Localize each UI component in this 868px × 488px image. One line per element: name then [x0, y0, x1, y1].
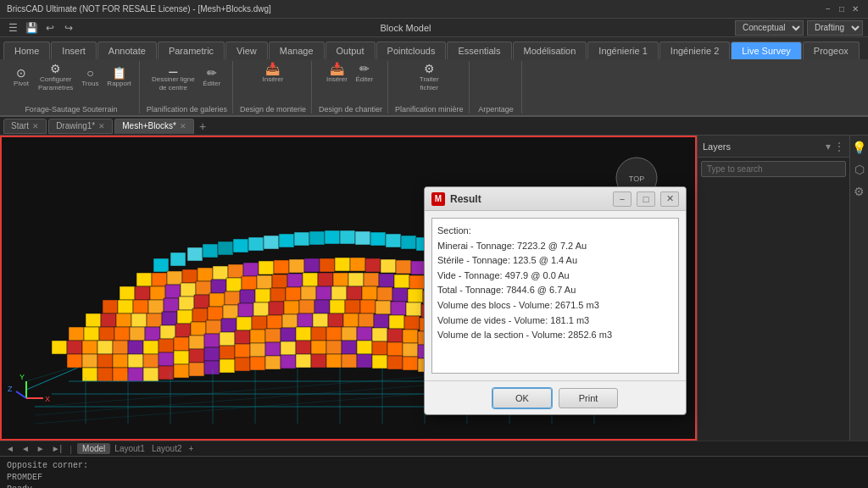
model-tab-button[interactable]: Model	[77, 443, 110, 454]
doc-tab-start[interactable]: Start ✕	[3, 119, 47, 134]
svg-rect-230	[357, 341, 372, 354]
svg-rect-214	[113, 354, 128, 368]
svg-rect-201	[387, 329, 403, 342]
svg-rect-12	[325, 230, 340, 244]
result-dialog[interactable]: M Result − □ ✕ OK Print	[424, 186, 687, 415]
svg-rect-64	[287, 274, 303, 287]
svg-rect-256	[311, 354, 326, 368]
nav-next-button[interactable]: ►|	[49, 444, 65, 453]
layers-collapse-icon[interactable]: ▾	[826, 141, 831, 152]
svg-rect-62	[257, 275, 272, 289]
meshblocks-tab-close[interactable]: ✕	[180, 122, 186, 130]
layout2-tab-button[interactable]: Layout2	[149, 444, 185, 453]
layers-menu-icon[interactable]: ⋮	[834, 141, 844, 152]
svg-rect-148	[99, 327, 114, 341]
settings-icon[interactable]: ⚙	[851, 183, 868, 200]
svg-rect-83	[118, 300, 133, 313]
tab-annotate[interactable]: Annotate	[97, 42, 157, 59]
new-tab-button[interactable]: +	[196, 119, 209, 133]
svg-rect-261	[387, 356, 403, 369]
svg-rect-37	[304, 258, 320, 272]
lightbulb-icon[interactable]: 💡	[851, 139, 868, 156]
svg-rect-191	[235, 330, 250, 344]
dialog-text-area[interactable]	[431, 218, 679, 374]
dialog-ok-button[interactable]: OK	[492, 388, 552, 408]
tab-view[interactable]: View	[225, 42, 268, 59]
inserer-monterie-button[interactable]: 📥 Insérer	[259, 61, 286, 86]
dialog-close-button[interactable]: ✕	[660, 191, 679, 207]
save-icon[interactable]: 💾	[24, 20, 39, 36]
redo-icon[interactable]: ↪	[61, 20, 76, 36]
dessiner-button[interactable]: ⚊ Dessiner lignede centre	[149, 61, 198, 93]
svg-rect-257	[326, 354, 342, 368]
svg-rect-220	[204, 347, 220, 361]
title-bar: BricsCAD Ultimate (NOT FOR RESALE Licens…	[0, 0, 868, 19]
visual-style-select[interactable]: Conceptual	[735, 20, 804, 36]
dialog-maximize-button[interactable]: □	[637, 191, 655, 207]
undo-icon[interactable]: ↩	[42, 20, 58, 36]
dialog-minimize-button[interactable]: −	[613, 191, 632, 207]
close-button[interactable]: ✕	[849, 3, 861, 15]
svg-rect-55	[150, 286, 165, 300]
dialog-app-icon: M	[431, 192, 445, 206]
svg-rect-185	[143, 341, 159, 354]
nav-back-button[interactable]: ◄	[3, 444, 17, 453]
doc-tab-meshblocks[interactable]: Mesh+Blocks* ✕	[114, 119, 194, 134]
tab-ingenierie1[interactable]: Ingénierie 1	[587, 42, 659, 59]
editer-galeries-button[interactable]: ✏ Éditer	[199, 65, 225, 90]
trous-button[interactable]: ○ Trous	[77, 65, 103, 90]
layout1-tab-button[interactable]: Layout1	[112, 444, 147, 453]
layers-icon[interactable]: ⬡	[851, 161, 868, 178]
nav-play-button[interactable]: ►	[34, 444, 47, 453]
svg-rect-146	[69, 327, 84, 341]
tab-progeox[interactable]: Progeox	[803, 42, 860, 59]
svg-rect-118	[162, 312, 177, 325]
svg-rect-194	[281, 328, 296, 341]
tab-modelisation[interactable]: Modélisation	[513, 42, 587, 59]
tab-parametric[interactable]: Parametric	[158, 42, 225, 59]
drawing1-tab-close[interactable]: ✕	[98, 122, 105, 130]
traiter-button[interactable]: ⚙ Traiterfichier	[416, 61, 442, 93]
svg-rect-65	[303, 273, 318, 286]
tab-ingenierie2[interactable]: Ingénierie 2	[659, 42, 731, 59]
menu-icon[interactable]: ☰	[5, 20, 20, 36]
svg-rect-218	[174, 351, 189, 364]
svg-rect-189	[204, 334, 220, 347]
rapport-button[interactable]: 📋 Rapport	[104, 65, 133, 90]
svg-rect-134	[406, 302, 421, 316]
tab-essentials[interactable]: Essentials	[447, 42, 511, 59]
layers-search-input[interactable]	[701, 161, 846, 177]
tab-pointclouds[interactable]: Pointclouds	[376, 42, 447, 59]
pivot-button[interactable]: ⊙ Pivot	[8, 65, 34, 90]
galeries-buttons: ⚊ Dessiner lignede centre ✏ Éditer	[149, 61, 225, 93]
dialog-print-button[interactable]: Print	[559, 388, 618, 408]
drafting-style-select[interactable]: Drafting	[807, 20, 863, 36]
forage-buttons: ⊙ Pivot ⚙ ConfigurerParamètres ○ Trous 📋…	[8, 61, 134, 93]
window-controls: − □ ✕	[822, 3, 861, 15]
tab-output[interactable]: Output	[326, 42, 376, 59]
svg-rect-226	[296, 341, 311, 354]
svg-rect-158	[252, 316, 267, 330]
tab-insert[interactable]: Insert	[51, 42, 97, 59]
svg-rect-122	[223, 305, 238, 319]
svg-rect-35	[274, 260, 289, 274]
editer-chantier-button[interactable]: ✏ Éditer	[352, 61, 377, 86]
svg-rect-115	[116, 313, 131, 327]
tab-manage[interactable]: Manage	[269, 42, 325, 59]
maximize-button[interactable]: □	[836, 3, 848, 15]
svg-rect-6	[233, 239, 248, 252]
galeries-label: Planification de galeries	[147, 105, 227, 114]
tab-livesurvey[interactable]: Live Survey	[731, 42, 801, 59]
inserer-chantier-button[interactable]: 📥 Insérer	[324, 61, 350, 86]
svg-rect-34	[259, 261, 274, 274]
svg-rect-82	[103, 300, 118, 313]
doc-tab-drawing1[interactable]: Drawing1* ✕	[48, 119, 113, 134]
add-layout-button[interactable]: +	[186, 444, 197, 453]
svg-rect-202	[403, 330, 418, 343]
nav-prev-button[interactable]: ◄	[19, 444, 32, 453]
svg-rect-100	[377, 287, 392, 301]
tab-home[interactable]: Home	[3, 42, 50, 59]
start-tab-close[interactable]: ✕	[32, 122, 39, 130]
minimize-button[interactable]: −	[822, 3, 834, 15]
configurer-button[interactable]: ⚙ ConfigurerParamètres	[36, 61, 75, 93]
